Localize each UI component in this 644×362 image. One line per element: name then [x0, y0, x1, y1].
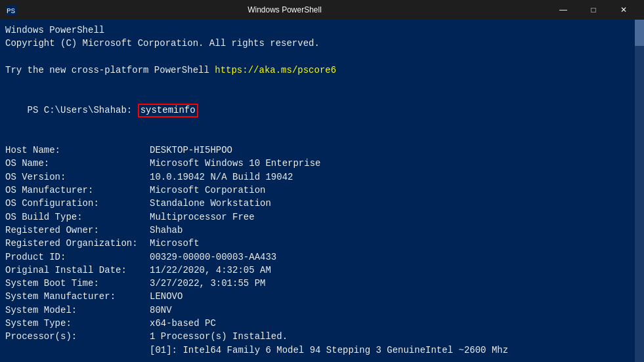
key-osmfr: OS Manufacturer:	[5, 184, 150, 197]
title-bar[interactable]: PS Windows PowerShell — □ ✕	[0, 0, 644, 20]
val-sysmodel: 80NV	[150, 304, 172, 317]
key-hostname: Host Name:	[5, 144, 150, 157]
val-productid: 00329-00000-00003-AA433	[150, 251, 276, 264]
close-button[interactable]: ✕	[609, 0, 639, 20]
info-processor-detail: [01]: Intel64 Family 6 Model 94 Stepping…	[5, 344, 639, 357]
info-hostname: Host Name: DESKTOP-HI5HPOO	[5, 144, 639, 157]
key-productid: Product ID:	[5, 251, 150, 264]
key-sysmfr: System Manufacturer:	[5, 290, 150, 303]
val-regowner: Shahab	[150, 224, 182, 237]
key-sysmodel: System Model:	[5, 304, 150, 317]
info-osmfr: OS Manufacturer: Microsoft Corporation	[5, 184, 639, 197]
svg-text:PS: PS	[7, 7, 16, 15]
info-sysmodel: System Model: 80NV	[5, 304, 639, 317]
scrollbar-thumb[interactable]	[635, 20, 644, 46]
key-boottime: System Boot Time:	[5, 277, 150, 290]
info-osversion: OS Version: 10.0.19042 N/A Build 19042	[5, 171, 639, 184]
window-title: Windows PowerShell	[21, 5, 548, 14]
line-empty-3	[5, 131, 639, 144]
line-ps-title: Windows PowerShell	[5, 24, 639, 37]
line-prompt: PS C:\Users\Shahab: systeminfo	[5, 90, 639, 130]
val-installdate: 11/22/2020, 4:32:05 AM	[150, 264, 271, 277]
minimize-button[interactable]: —	[548, 0, 578, 20]
key-systype: System Type:	[5, 317, 150, 330]
powershell-icon: PS	[5, 4, 17, 16]
info-osname: OS Name: Microsoft Windows 10 Enterprise	[5, 157, 639, 170]
val-regorg: Microsoft	[150, 237, 200, 250]
key-osversion: OS Version:	[5, 171, 150, 184]
info-osbuild: OS Build Type: Multiprocessor Free	[5, 211, 639, 224]
val-osname: Microsoft Windows 10 Enterprise	[150, 157, 320, 170]
val-processors: 1 Processor(s) Installed.	[150, 330, 288, 343]
line-empty-4	[5, 357, 639, 362]
line-empty-1	[5, 50, 639, 64]
info-installdate: Original Install Date: 11/22/2020, 4:32:…	[5, 264, 639, 277]
terminal-body: Windows PowerShell Copyright (C) Microso…	[0, 20, 644, 362]
prompt-path: PS C:\Users\Shahab:	[28, 105, 138, 115]
line-copyright: Copyright (C) Microsoft Corporation. All…	[5, 37, 639, 50]
key-osname: OS Name:	[5, 157, 150, 170]
info-sysmfr: System Manufacturer: LENOVO	[5, 290, 639, 303]
pscore-link[interactable]: https://aka.ms/pscore6	[215, 65, 336, 75]
key-osbuild: OS Build Type:	[5, 211, 150, 224]
val-osversion: 10.0.19042 N/A Build 19042	[150, 171, 293, 184]
val-sysmfr: LENOVO	[150, 290, 182, 303]
maximize-button[interactable]: □	[578, 0, 609, 20]
line-try-new: Try the new cross-platform PowerShell ht…	[5, 64, 639, 77]
val-osmfr: Microsoft Corporation	[150, 184, 265, 197]
command-box: systeminfo	[138, 104, 198, 117]
info-productid: Product ID: 00329-00000-00003-AA433	[5, 251, 639, 264]
val-hostname: DESKTOP-HI5HPOO	[150, 144, 232, 157]
key-osconfig: OS Configuration:	[5, 197, 150, 210]
window-controls: — □ ✕	[548, 0, 639, 20]
key-regowner: Registered Owner:	[5, 224, 150, 237]
key-installdate: Original Install Date:	[5, 264, 150, 277]
info-systype: System Type: x64-based PC	[5, 317, 639, 330]
info-regorg: Registered Organization: Microsoft	[5, 237, 639, 250]
scrollbar[interactable]	[635, 20, 644, 362]
val-boottime: 3/27/2022, 3:01:55 PM	[150, 277, 265, 290]
val-osbuild: Multiprocessor Free	[150, 211, 255, 224]
line-empty-2	[5, 77, 639, 90]
key-regorg: Registered Organization:	[5, 237, 150, 250]
info-boottime: System Boot Time: 3/27/2022, 3:01:55 PM	[5, 277, 639, 290]
info-osconfig: OS Configuration: Standalone Workstation	[5, 197, 639, 210]
info-regowner: Registered Owner: Shahab	[5, 224, 639, 237]
key-processors: Processor(s):	[5, 330, 150, 343]
val-systype: x64-based PC	[150, 317, 216, 330]
val-osconfig: Standalone Workstation	[150, 197, 271, 210]
info-processors: Processor(s): 1 Processor(s) Installed.	[5, 330, 639, 343]
